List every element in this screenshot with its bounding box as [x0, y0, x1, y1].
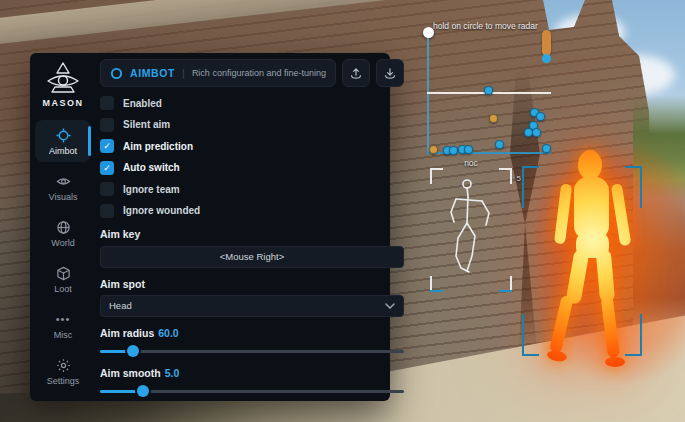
aim-radius-value: 60.0	[158, 327, 178, 339]
globe-icon	[55, 219, 71, 235]
aim-smooth-value: 5.0	[165, 367, 180, 379]
logo: MASON	[43, 61, 84, 108]
game-screen: noc 5 hold on circle to move radar	[0, 0, 685, 422]
checkbox-silent-aim[interactable]: ✓ Silent aim	[100, 118, 404, 132]
sidebar-item-label: Aimbot	[49, 146, 77, 156]
download-icon	[383, 67, 397, 80]
sidebar-item-label: Visuals	[49, 192, 78, 202]
export-config-button[interactable]	[342, 59, 370, 87]
checkbox-list: ✓ Enabled ✓ Silent aim ✓ Aim prediction …	[100, 96, 404, 218]
checkbox-box: ✓	[100, 118, 114, 132]
aim-radius-slider-handle[interactable]	[127, 345, 139, 357]
import-config-button[interactable]	[376, 59, 404, 87]
sidebar-item-label: Misc	[54, 330, 73, 340]
aim-radius-text: Aim radius	[100, 327, 154, 339]
logo-text: MASON	[43, 98, 84, 108]
checkbox-box: ✓	[100, 204, 114, 218]
aim-smooth-label: Aim smooth5.0	[100, 367, 404, 379]
target-ring-icon	[110, 67, 123, 80]
box-icon	[55, 265, 71, 281]
aim-radius-label: Aim radius60.0	[100, 327, 404, 339]
sidebar-item-aimbot[interactable]: Aimbot	[35, 120, 91, 162]
radar-zoom-handle[interactable]	[542, 54, 551, 63]
crosshair-icon	[55, 127, 71, 143]
eye-icon	[55, 173, 71, 189]
sidebar-item-world[interactable]: World	[35, 212, 91, 254]
sidebar-item-misc[interactable]: ••• Misc	[35, 304, 91, 346]
aim-spot-value: Head	[109, 300, 132, 311]
mason-eye-logo-icon	[43, 61, 83, 95]
checkbox-aim-prediction[interactable]: ✓ Aim prediction	[100, 139, 404, 153]
radar-drag-handle[interactable]	[423, 27, 434, 38]
checkbox-label: Silent aim	[123, 119, 170, 130]
sidebar: MASON Aimbot Visuals	[30, 53, 96, 401]
checkbox-ignore-wounded[interactable]: ✓ Ignore wounded	[100, 204, 404, 218]
aim-key-label: Aim key	[100, 228, 404, 240]
chevron-down-icon	[385, 303, 395, 309]
upload-icon	[349, 67, 363, 80]
aim-spot-label: Aim spot	[100, 278, 404, 290]
tab-subtitle: Rich configuration and fine-tuning	[192, 68, 326, 78]
tab-title: AIMBOT	[130, 67, 175, 79]
checkbox-box: ✓	[100, 161, 114, 175]
sidebar-item-settings[interactable]: Settings	[35, 350, 91, 392]
aimbot-tab-content: AIMBOT | Rich configuration and fine-tun…	[96, 53, 413, 401]
sidebar-nav: Aimbot Visuals World	[30, 118, 96, 394]
aim-radius-slider[interactable]	[100, 345, 404, 357]
sidebar-item-visuals[interactable]: Visuals	[35, 166, 91, 208]
checkbox-box: ✓	[100, 96, 114, 110]
checkbox-enabled[interactable]: ✓ Enabled	[100, 96, 404, 110]
radar-zoom-slider[interactable]	[542, 30, 551, 56]
aim-smooth-text: Aim smooth	[100, 367, 161, 379]
aim-key-bind-button[interactable]: <Mouse Right>	[100, 246, 404, 268]
sidebar-item-label: Loot	[54, 284, 72, 294]
tab-header: AIMBOT | Rich configuration and fine-tun…	[100, 59, 404, 87]
checkbox-box: ✓	[100, 182, 114, 196]
checkbox-box: ✓	[100, 139, 114, 153]
aim-spot-select[interactable]: Head	[100, 295, 404, 317]
esp-player-name: noc	[430, 158, 512, 168]
aim-smooth-slider-handle[interactable]	[137, 385, 149, 397]
checkbox-auto-switch[interactable]: ✓ Auto switch	[100, 161, 404, 175]
sidebar-item-loot[interactable]: Loot	[35, 258, 91, 300]
skeleton-esp-box: noc 5	[430, 168, 512, 292]
checkbox-label: Ignore team	[123, 184, 180, 195]
checkbox-label: Enabled	[123, 98, 162, 109]
aim-smooth-slider[interactable]	[100, 385, 404, 397]
checkbox-label: Ignore wounded	[123, 205, 200, 216]
checkbox-label: Auto switch	[123, 162, 180, 173]
checkbox-ignore-team[interactable]: ✓ Ignore team	[100, 182, 404, 196]
esp-distance: 5	[517, 174, 521, 183]
sidebar-item-label: Settings	[47, 376, 80, 386]
tab-header-pill: AIMBOT | Rich configuration and fine-tun…	[100, 59, 336, 87]
enemy-esp-box	[522, 166, 642, 356]
gear-icon	[55, 357, 71, 373]
ellipsis-icon: •••	[55, 311, 71, 327]
checkbox-label: Aim prediction	[123, 141, 193, 152]
cheat-menu-panel: MASON Aimbot Visuals	[30, 53, 390, 401]
header-divider: |	[182, 67, 185, 79]
sidebar-item-label: World	[51, 238, 74, 248]
